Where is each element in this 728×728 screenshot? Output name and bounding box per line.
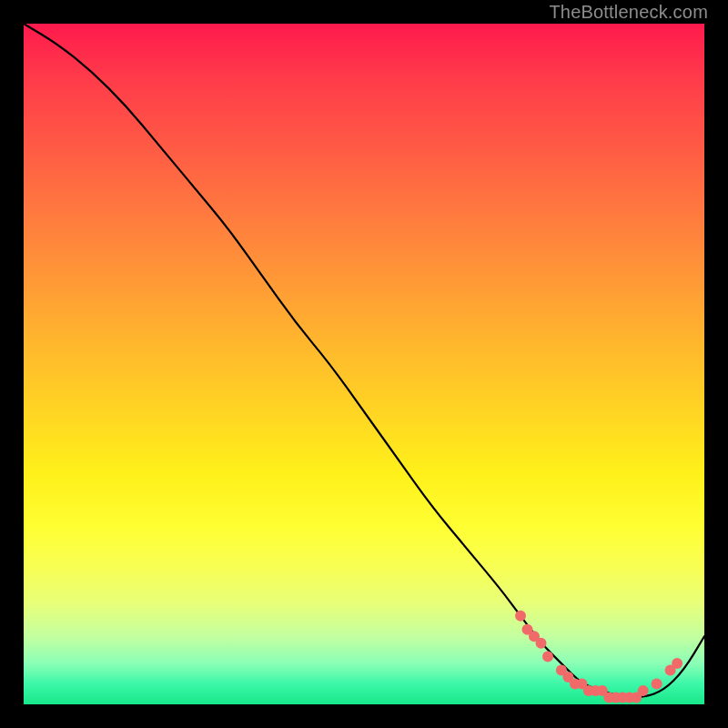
plot-area	[24, 24, 704, 704]
curve-marker	[542, 652, 553, 662]
curve-marker	[652, 679, 662, 690]
curve-marker	[515, 611, 526, 622]
curve-markers	[515, 611, 682, 703]
bottleneck-curve	[24, 24, 704, 698]
curve-marker	[672, 658, 682, 669]
watermark-text: TheBottleneck.com	[549, 2, 708, 23]
chart-stage: TheBottleneck.com	[0, 0, 728, 728]
curve-svg	[24, 24, 704, 704]
curve-marker	[638, 685, 649, 696]
curve-marker	[536, 638, 547, 649]
